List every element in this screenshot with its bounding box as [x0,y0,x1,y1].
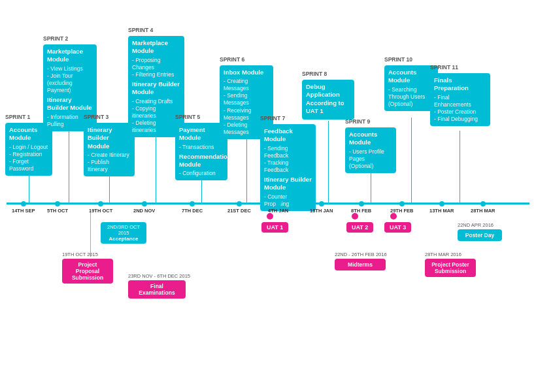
sprint10-module1-title: Accounts Module [388,69,434,85]
sprint7-box: Feedback Module - Sending Feedback - Tra… [260,124,316,211]
sprint1-item1: - Login / Logout [9,144,48,151]
sprint4-label: SPRINT 4 [128,27,153,33]
sprint1-module-title: Accounts Module [9,126,48,142]
uat3-box: UAT 3 [384,222,411,233]
connector-sprint10 [411,118,412,203]
date-13mar: 13TH MAR [429,201,454,214]
sprint4-item5: - Deleting itineraries [132,120,180,134]
sprint8-box: Debug Application According to UAT 1 [302,80,354,120]
midterms-date: 22ND - 26TH FEB 2016 [335,252,387,257]
connector-proposal [90,212,91,257]
projectposter-event: 28TH MAR 2016 Project Poster Submission [425,252,476,277]
sprint1-item2: - Registration [9,151,48,158]
finalexams-event: 23RD NOV - 6TH DEC 2015 Final Examinatio… [128,273,190,299]
posterday-date: 22ND APR 2016 [458,222,502,228]
sprint6-item2: - Sending Messages [224,92,269,106]
sprint3-item1: - Create Itinerary [88,152,131,159]
posterday-event: 22ND APR 2016 Poster Day [458,222,502,241]
diagram-container: SPRINT 1 Accounts Module - Login / Logou… [0,0,536,392]
sprint5-module1-title: Payment Module [179,126,224,142]
date-5oct: 5TH OCT [47,201,68,214]
sprint4-module2-title: Itinerary Builder Module [132,80,180,97]
sprint2-module1-title: Marketplace Module [47,48,93,64]
sprint11-label: SPRINT 11 [430,64,458,71]
acceptance-box: 2ND/3RD OCT 2015 Acceptance [101,222,146,244]
sprint3-box: Itinerary Builder Module - Create Itiner… [84,123,135,176]
sprint4-box: Marketplace Module - Proposing Changes -… [128,36,184,137]
sprint3-item2: - Publish Itinerary [88,159,131,173]
acceptance-date: 2ND/3RD OCT 2015 [104,224,143,236]
proposal-event: 19TH OCT 2015 Project Proposal Submissio… [62,252,113,284]
midterms-event: 22ND - 26TH FEB 2016 Midterms [335,252,387,270]
uat2-label: UAT 2 [346,222,373,233]
uat1-dot [267,213,273,220]
date-14sep: 14TH SEP [12,201,35,214]
sprint7-item2: - Tracking Feedback [264,159,312,174]
sprint6-module1-title: Inbox Module [224,69,269,76]
uat2-dot [352,213,358,220]
sprint1-label: SPRINT 1 [5,114,30,120]
finalexams-box: Final Examinations [128,280,186,299]
uat1-label: UAT 1 [261,222,288,233]
acceptance-event: 2ND/3RD OCT 2015 Acceptance [101,222,146,244]
sprint3-module1-title: Itinerary Builder Module [88,126,131,150]
sprint10-item2: (Optional) [388,101,434,108]
date-18jan: 18TH JAN [310,201,333,214]
date-4jan: 4TH JAN [268,201,288,214]
sprint11-item1: - Final Enhancements [434,94,486,108]
uat2-box: UAT 2 [346,222,373,233]
sprint5-module2-title: Recommendation Module [179,153,224,169]
sprint11-box: Finals Preparation - Final Enhancements … [430,73,490,126]
proposal-box: Project Proposal Submission [62,259,113,284]
sprint9-box: Accounts Module - Users Profile Pages (O… [345,127,396,173]
sprint9-item1: - Users Profile Pages [349,148,392,163]
midterms-box: Midterms [335,259,386,270]
sprint9-item2: (Optional) [349,163,392,170]
sprint7-module2-title: Itinerary Builder Module [264,176,312,192]
date-2nov: 2ND NOV [133,201,155,214]
projectposter-date: 28TH MAR 2016 [425,252,476,257]
uat3-dot [390,213,397,220]
date-8feb: 8TH FEB [351,201,371,214]
sprint7-item1: - Sending Feedback [264,145,312,159]
sprint11-module1-title: Finals Preparation [434,76,486,93]
uat3-label: UAT 3 [384,222,411,233]
sprint10-label: SPRINT 10 [384,56,412,63]
connector-sprint11 [460,131,460,203]
proposal-date: 19TH OCT 2015 [62,252,113,257]
sprint1-item3: - Forget Password [9,158,48,172]
sprint6-item1: - Creating Messages [224,78,269,92]
posterday-box: Poster Day [458,229,502,241]
sprint8-label: SPRINT 8 [302,71,327,77]
sprint4-module1-title: Marketplace Module [132,39,180,56]
sprint7-label: SPRINT 7 [260,115,285,122]
sprint11-item2: - Poster Creation [434,108,486,116]
connector-sprint8 [328,121,329,203]
date-7dec: 7TH DEC [182,201,203,214]
sprint11-item3: - Final Debugging [434,116,486,123]
sprint10-item1: - Searching Through Users [388,86,434,101]
sprint8-module1-title: Debug Application According to UAT 1 [306,83,350,115]
acceptance-label: Acceptance [104,236,143,242]
sprint7-module1-title: Feedback Module [264,127,312,144]
sprint2-item1: - View Listings [47,65,93,73]
sprint4-item2: - Filtering Entries [132,71,180,78]
sprint9-module1-title: Accounts Module [349,131,392,147]
date-19oct: 19TH OCT [89,201,112,214]
date-28mar: 28TH MAR [471,201,495,214]
projectposter-box: Project Poster Submission [425,259,476,277]
sprint3-label: SPRINT 3 [84,114,109,120]
date-29feb: 29TH FEB [390,201,413,214]
sprint2-label: SPRINT 2 [43,35,68,42]
sprint6-label: SPRINT 6 [220,56,244,63]
date-21dec: 21ST DEC [227,201,251,214]
sprint2-item3: (excluding Payment) [47,80,93,94]
sprint5-item1: - Transactions [179,144,224,151]
sprint4-item4: - Copying itineraries [132,105,180,120]
sprint4-item1: - Proposing Changes [132,57,180,71]
finalexams-date: 23RD NOV - 6TH DEC 2015 [128,273,190,279]
sprint5-label: SPRINT 5 [175,114,200,120]
sprint5-item2: - Configuration [179,170,224,177]
sprint2-item2: - Join Tour [47,73,93,80]
sprint2-module2-title: Itinerary Builder Module [47,96,93,112]
